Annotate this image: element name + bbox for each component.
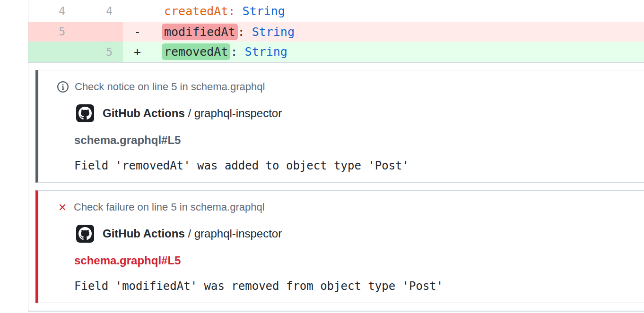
github-actions-avatar	[76, 225, 94, 243]
code-separator	[235, 4, 243, 18]
github-logo-icon	[78, 107, 92, 120]
code-type-token: String	[252, 25, 295, 39]
old-line-number[interactable]: 5	[28, 22, 76, 42]
code-type-token: String	[245, 45, 287, 59]
check-app-name: GitHub Actions / graphql-inspector	[103, 107, 282, 120]
check-app-row: GitHub Actions / graphql-inspector	[76, 104, 636, 122]
diff-left-border	[28, 0, 28, 313]
annotation-message: Field 'modifiedAt' was removed from obje…	[74, 279, 636, 293]
deleted-word-highlight: modifiedAt	[162, 24, 238, 40]
diff-bottom-rule	[28, 62, 644, 63]
code-line: +removedAt: String	[123, 42, 644, 62]
annotation-title: Check notice on line 5 in schema.graphql	[75, 81, 265, 93]
check-app-name: GitHub Actions / graphql-inspector	[103, 227, 282, 240]
annotation-file-link[interactable]: schema.graphql#L5	[74, 134, 636, 147]
check-annotation-failure: Check failure on line 5 in schema.graphq…	[35, 190, 644, 303]
code-separator: :	[238, 25, 252, 39]
diff-hunk: 4 4 createdAt: String 5 -modifiedAt: Str…	[28, 0, 644, 62]
diff-line-context: 4 4 createdAt: String	[28, 0, 644, 22]
x-icon	[57, 202, 68, 212]
code-type-token: String	[243, 4, 285, 18]
diff-line-deletion: 5 -modifiedAt: String	[28, 22, 644, 42]
annotation-header: Check notice on line 5 in schema.graphql	[57, 80, 636, 93]
diff-sign: -	[134, 25, 164, 39]
check-annotation-notice: Check notice on line 5 in schema.graphql…	[35, 70, 644, 183]
check-app-row: GitHub Actions / graphql-inspector	[76, 225, 636, 243]
github-logo-icon	[78, 227, 92, 240]
annotation-file-link[interactable]: schema.graphql#L5	[74, 254, 636, 267]
old-line-number[interactable]: 4	[28, 0, 76, 22]
new-line-number[interactable]: 4	[76, 0, 123, 22]
added-word-highlight: removedAt	[162, 43, 230, 60]
code-field-token: createdAt:	[164, 4, 235, 18]
next-section-rule	[28, 311, 644, 312]
diff-line-addition: 5 +removedAt: String	[28, 42, 644, 62]
new-line-number[interactable]	[76, 22, 123, 42]
code-separator: :	[230, 45, 244, 59]
pull-request-diff-view: 4 4 createdAt: String 5 -modifiedAt: Str…	[0, 0, 644, 313]
annotation-title: Check failure on line 5 in schema.graphq…	[74, 201, 265, 213]
new-line-number[interactable]: 5	[76, 42, 123, 62]
annotation-header: Check failure on line 5 in schema.graphq…	[57, 201, 636, 214]
annotation-message: Field 'removedAt' was added to object ty…	[74, 159, 636, 172]
info-icon	[57, 81, 69, 93]
diff-sign: +	[134, 45, 164, 59]
old-line-number[interactable]	[28, 42, 76, 62]
code-line: createdAt: String	[123, 0, 644, 22]
github-actions-avatar	[76, 104, 94, 122]
code-line: -modifiedAt: String	[123, 22, 644, 42]
